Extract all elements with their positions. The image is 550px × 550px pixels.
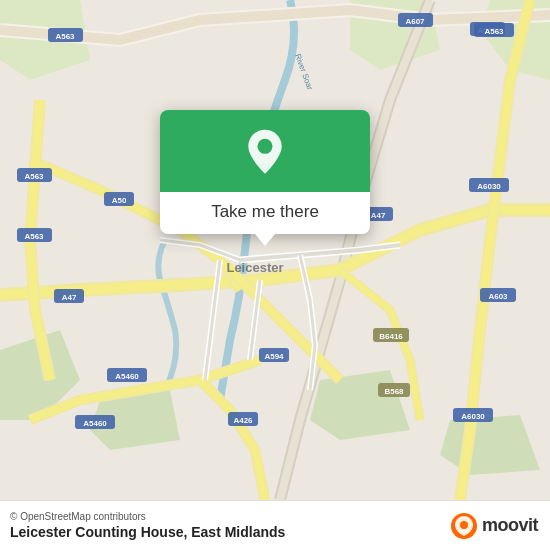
svg-text:A563: A563 — [55, 32, 75, 41]
svg-point-48 — [258, 139, 273, 154]
moovit-logo: moovit — [450, 512, 538, 540]
svg-text:A563: A563 — [24, 232, 44, 241]
svg-text:A5460: A5460 — [115, 372, 139, 381]
svg-text:A5460: A5460 — [83, 419, 107, 428]
location-name-label: Leicester Counting House, East Midlands — [10, 524, 285, 540]
bottom-left-info: © OpenStreetMap contributors Leicester C… — [10, 511, 285, 540]
popup-button-area: Take me there — [160, 192, 370, 234]
svg-text:B568: B568 — [384, 387, 404, 396]
svg-text:A607: A607 — [405, 17, 425, 26]
svg-text:A563: A563 — [24, 172, 44, 181]
location-pin-icon — [240, 128, 290, 178]
svg-text:A603: A603 — [488, 292, 508, 301]
popup-green-header — [160, 110, 370, 192]
svg-text:A594: A594 — [264, 352, 284, 361]
svg-text:B6416: B6416 — [379, 332, 403, 341]
take-me-there-button[interactable]: Take me there — [211, 202, 319, 222]
map-area[interactable]: River Soar River Soar — [0, 0, 550, 500]
svg-text:A6030: A6030 — [461, 412, 485, 421]
svg-text:A47: A47 — [62, 293, 77, 302]
svg-text:Leicester: Leicester — [226, 260, 283, 275]
bottom-info-bar: © OpenStreetMap contributors Leicester C… — [0, 500, 550, 550]
osm-attribution: © OpenStreetMap contributors — [10, 511, 285, 522]
svg-text:A47: A47 — [371, 211, 386, 220]
svg-text:A563: A563 — [484, 27, 504, 36]
moovit-brand-icon — [450, 512, 478, 540]
svg-text:A426: A426 — [233, 416, 253, 425]
svg-point-50 — [460, 521, 468, 529]
location-popup: Take me there — [160, 110, 370, 234]
svg-text:A50: A50 — [112, 196, 127, 205]
svg-text:A6030: A6030 — [477, 182, 501, 191]
moovit-text-label: moovit — [482, 515, 538, 536]
